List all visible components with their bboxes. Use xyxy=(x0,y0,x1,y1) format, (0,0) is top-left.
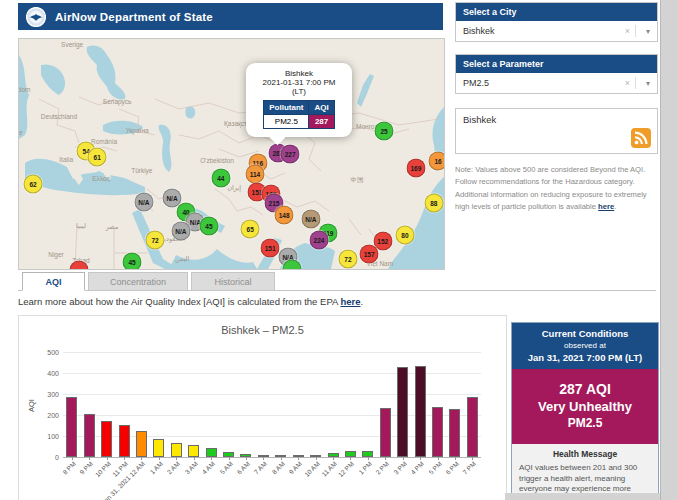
aqi-bar[interactable] xyxy=(432,407,443,457)
cc-pollutant: PM2.5 xyxy=(514,415,656,432)
rss-feed-box: Bishkek xyxy=(455,108,658,154)
learn-more-body: Learn more about how the Air Quality Ind… xyxy=(18,296,340,307)
y-axis-label: AQI xyxy=(27,376,36,436)
popup-col-pollutant: Pollutant xyxy=(264,101,309,115)
aqi-bar[interactable] xyxy=(188,445,199,457)
y-tick-label: 500 xyxy=(33,349,59,356)
app-title: AirNow Department of State xyxy=(55,11,213,23)
aqi-map-marker[interactable]: N/A xyxy=(134,193,153,212)
learn-more-here-link[interactable]: here xyxy=(340,296,360,307)
y-tick-label: 0 xyxy=(33,454,59,461)
aqi-map-marker[interactable]: N/A xyxy=(301,210,320,229)
clear-icon[interactable]: × xyxy=(625,78,630,88)
aqi-map-marker[interactable]: 45 xyxy=(123,253,142,270)
aqi-bar[interactable] xyxy=(397,367,408,457)
tab-historical[interactable]: Historical xyxy=(191,272,275,291)
rss-city-label: Bishkek xyxy=(463,114,496,125)
aqi-bar[interactable] xyxy=(467,397,478,457)
aqi-map-marker[interactable]: 16 xyxy=(429,151,445,170)
popup-table: Pollutant AQI PM2.5 287 xyxy=(263,100,334,129)
aqi-bar[interactable] xyxy=(449,409,460,457)
aqi-bar[interactable] xyxy=(66,397,77,457)
aqi-map-marker[interactable]: 224 xyxy=(310,231,329,250)
aqi-map-marker[interactable]: 151 xyxy=(261,239,280,258)
city-select[interactable]: Bishkek × ▾ xyxy=(456,21,657,41)
page-background xyxy=(505,493,660,500)
popup-datetime: 2021-01-31 7:00 PM xyxy=(250,78,348,87)
city-select-value: Bishkek xyxy=(463,26,495,36)
select-divider xyxy=(635,77,636,89)
tab-concentration[interactable]: Concentration xyxy=(88,272,188,291)
cc-datetime: Jan 31, 2021 7:00 PM (LT) xyxy=(514,351,656,365)
cc-aqi-value: 287 AQI xyxy=(514,381,656,398)
aqi-map-marker[interactable]: 65 xyxy=(241,219,260,238)
aqi-bar[interactable] xyxy=(206,448,217,457)
note-period: . xyxy=(614,202,616,211)
app-header: AirNow Department of State xyxy=(18,3,443,30)
aqi-bar[interactable] xyxy=(136,431,147,457)
aqi-map[interactable]: SverigedomБеларусьDeutschlandУкраїнаRomâ… xyxy=(18,38,445,270)
aqi-map-marker[interactable]: 25 xyxy=(375,122,394,141)
popup-city: Bishkek xyxy=(250,69,348,78)
cc-health-body: AQI values between 201 and 300 trigger a… xyxy=(519,463,651,495)
aqi-map-marker[interactable]: 114 xyxy=(245,165,264,184)
chevron-down-icon[interactable]: ▾ xyxy=(646,79,650,88)
aqi-bar[interactable] xyxy=(415,366,426,457)
aqi-note: Note: Values above 500 are considered Be… xyxy=(455,164,656,213)
chevron-down-icon[interactable]: ▾ xyxy=(646,27,650,36)
select-divider xyxy=(635,25,636,37)
current-conditions-panel: Current Conditions observed at Jan 31, 2… xyxy=(511,322,659,495)
parameter-select[interactable]: PM2.5 × ▾ xyxy=(456,73,657,93)
aqi-map-marker[interactable]: 72 xyxy=(338,250,357,269)
learn-more-text: Learn more about how the Air Quality Ind… xyxy=(18,296,363,307)
dos-seal-icon xyxy=(26,7,46,27)
learn-more-period: . xyxy=(361,296,364,307)
aqi-map-marker[interactable]: 157 xyxy=(360,245,379,264)
aqi-map-marker[interactable]: 88 xyxy=(424,193,443,212)
popup-col-aqi: AQI xyxy=(309,101,334,115)
note-here-link[interactable]: here xyxy=(598,202,614,211)
tab-aqi[interactable]: AQI xyxy=(22,272,85,291)
page-gutter xyxy=(660,0,678,500)
aqi-map-marker[interactable]: 61 xyxy=(88,147,107,166)
popup-timezone: (LT) xyxy=(250,87,348,96)
aqi-bar[interactable] xyxy=(101,421,112,457)
aqi-bar[interactable] xyxy=(84,414,95,457)
popup-pollutant-value: PM2.5 xyxy=(264,115,309,129)
aqi-bar[interactable] xyxy=(119,425,130,457)
aqi-chart-panel: Bishkek – PM2.5 AQI 01002003004005008 PM… xyxy=(18,315,507,500)
aqi-map-marker[interactable]: N/A xyxy=(171,222,190,241)
cc-health-message: Health Message AQI values between 201 an… xyxy=(512,444,658,495)
aqi-map-marker[interactable]: 80 xyxy=(395,225,414,244)
cc-title: Current Conditions xyxy=(514,327,656,340)
aqi-map-marker[interactable]: 227 xyxy=(281,145,300,164)
aqi-map-marker[interactable]: 45 xyxy=(199,216,218,235)
cc-health-title: Health Message xyxy=(519,448,651,460)
aqi-map-marker[interactable]: 72 xyxy=(146,231,165,250)
y-tick-label: 100 xyxy=(33,433,59,440)
cc-category: Very Unhealthy xyxy=(514,398,656,415)
aqi-bar[interactable] xyxy=(153,439,164,457)
city-panel-title: Select a City xyxy=(456,3,657,21)
chart-plot: 01002003004005008 PM9 PM10 PM11 PMJan 31… xyxy=(63,352,481,458)
popup-aqi-value: 287 xyxy=(309,115,334,129)
cc-aqi-block: 287 AQI Very Unhealthy PM2.5 xyxy=(512,369,658,444)
city-select-panel: Select a City Bishkek × ▾ xyxy=(455,2,658,42)
aqi-map-marker[interactable]: 148 xyxy=(275,205,294,224)
aqi-map-marker[interactable]: 169 xyxy=(406,159,425,178)
map-popup: Bishkek 2021-01-31 7:00 PM (LT) Pollutan… xyxy=(246,63,352,137)
rss-icon[interactable] xyxy=(631,128,651,148)
aqi-map-marker[interactable]: 44 xyxy=(211,168,230,187)
y-tick-label: 400 xyxy=(33,370,59,377)
aqi-map-marker[interactable]: 62 xyxy=(24,174,43,193)
aqi-bar[interactable] xyxy=(380,408,391,457)
view-tabs: AQI Concentration Historical xyxy=(22,272,275,291)
current-conditions-header: Current Conditions observed at Jan 31, 2… xyxy=(512,323,658,369)
y-tick-label: 200 xyxy=(33,412,59,419)
chart-title: Bishkek – PM2.5 xyxy=(19,324,506,336)
parameter-panel-title: Select a Parameter xyxy=(456,55,657,73)
note-text: Note: Values above 500 are considered Be… xyxy=(455,165,647,211)
aqi-bar[interactable] xyxy=(171,443,182,457)
y-tick-label: 300 xyxy=(33,391,59,398)
clear-icon[interactable]: × xyxy=(625,26,630,36)
